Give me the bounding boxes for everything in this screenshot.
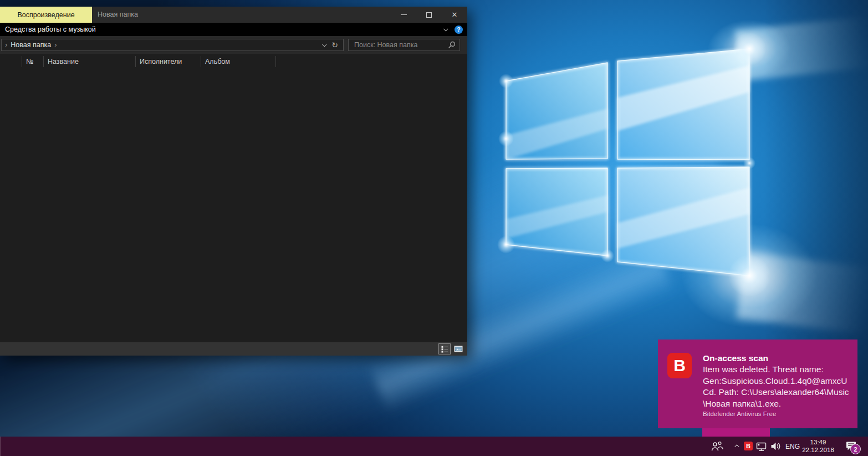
thumbnails-view-icon bbox=[454, 346, 463, 352]
ribbon-bar: Средства работы с музыкой ? bbox=[0, 23, 467, 36]
clock-date: 22.12.2018 bbox=[802, 447, 834, 454]
notification-body: Item was deleted. Threat name: Gen:Suspi… bbox=[703, 364, 849, 409]
breadcrumb-chevron-icon[interactable]: › bbox=[2, 40, 11, 50]
details-view-icon bbox=[441, 346, 448, 353]
notification-behind[interactable] bbox=[702, 428, 770, 437]
show-hidden-icons-button[interactable] bbox=[730, 441, 742, 451]
bitdefender-letter: B bbox=[673, 356, 686, 375]
notification-source: Bitdefender Antivirus Free bbox=[703, 411, 776, 417]
breadcrumb-item[interactable]: Новая папка bbox=[11, 41, 51, 49]
search-icon bbox=[448, 41, 456, 49]
column-header-name[interactable]: Название bbox=[44, 56, 136, 67]
window-title: Новая папка bbox=[98, 7, 138, 23]
bitdefender-tray-icon: B bbox=[746, 443, 750, 449]
column-headers: № Название Исполнители Альбом bbox=[0, 54, 467, 69]
people-icon bbox=[711, 441, 724, 452]
status-bar bbox=[0, 342, 467, 356]
notification-body-line: \Новая папка\1.exe. bbox=[703, 398, 849, 410]
close-icon: ✕ bbox=[452, 11, 458, 19]
clock-time: 13:49 bbox=[810, 439, 826, 447]
tab-playback[interactable]: Воспроизведение bbox=[0, 7, 92, 23]
column-header-number[interactable]: № bbox=[22, 56, 44, 67]
column-header-album[interactable]: Альбом bbox=[201, 56, 276, 67]
thumbnails-view-button[interactable] bbox=[452, 343, 464, 354]
refresh-button[interactable]: ↻ bbox=[331, 41, 343, 49]
breadcrumb-chevron-icon[interactable]: › bbox=[51, 40, 60, 50]
bitdefender-notification[interactable]: B On-access scan Item was deleted. Threa… bbox=[658, 340, 857, 428]
maximize-button[interactable] bbox=[416, 7, 442, 23]
light-flare bbox=[694, 10, 805, 88]
light-beam bbox=[737, 252, 868, 334]
address-dropdown-button[interactable] bbox=[318, 43, 331, 47]
search-box bbox=[348, 39, 460, 51]
address-row: › Новая папка › ↻ bbox=[0, 36, 467, 54]
desktop-screen: Воспроизведение Новая папка ✕ Средства р… bbox=[0, 0, 868, 456]
help-glyph: ? bbox=[457, 26, 460, 33]
taskbar: B ENG 13:49 22.12.2018 bbox=[0, 437, 868, 456]
notification-body-line: Cd. Path: C:\Users\alexander64\Music bbox=[703, 387, 849, 398]
notification-title: On-access scan bbox=[703, 353, 768, 363]
column-header-icon-spacer bbox=[0, 56, 22, 67]
search-input[interactable] bbox=[349, 41, 448, 49]
titlebar: Воспроизведение Новая папка ✕ bbox=[0, 7, 467, 23]
ribbon-collapse-chevron-icon[interactable] bbox=[443, 27, 448, 31]
bitdefender-icon: B bbox=[667, 353, 692, 378]
ribbon-right-controls: ? bbox=[445, 23, 463, 36]
chevron-up-icon bbox=[734, 444, 739, 449]
maximize-icon bbox=[426, 12, 432, 18]
people-button[interactable] bbox=[710, 440, 724, 452]
minimize-icon bbox=[401, 14, 407, 15]
view-buttons bbox=[438, 343, 464, 354]
details-view-button[interactable] bbox=[438, 343, 451, 354]
close-button[interactable]: ✕ bbox=[442, 7, 467, 23]
light-flare bbox=[655, 204, 844, 348]
bitdefender-tray-button[interactable]: B bbox=[744, 442, 753, 450]
show-desktop-button[interactable] bbox=[0, 437, 1, 456]
network-button[interactable] bbox=[755, 441, 769, 452]
volume-button[interactable] bbox=[769, 442, 783, 451]
network-icon bbox=[756, 442, 768, 452]
file-list-area[interactable] bbox=[0, 69, 467, 342]
explorer-window: Воспроизведение Новая папка ✕ Средства р… bbox=[0, 7, 467, 356]
tab-playback-label: Воспроизведение bbox=[17, 11, 74, 19]
notification-body-line: Item was deleted. Threat name: bbox=[703, 364, 849, 376]
light-beam bbox=[735, 17, 868, 82]
notification-body-line: Gen:Suspicious.Cloud.1.4q0@amxcU bbox=[703, 376, 849, 387]
ribbon-group-music-tools[interactable]: Средства работы с музыкой bbox=[0, 26, 96, 33]
help-icon[interactable]: ? bbox=[455, 26, 463, 34]
window-controls: ✕ bbox=[391, 7, 467, 23]
minimize-button[interactable] bbox=[391, 7, 416, 23]
volume-icon bbox=[770, 442, 782, 451]
address-dropdown-icon bbox=[322, 42, 326, 47]
notification-count-badge: 2 bbox=[850, 444, 861, 454]
column-header-artists[interactable]: Исполнители bbox=[136, 56, 201, 67]
clock[interactable]: 13:49 22.12.2018 bbox=[799, 439, 837, 454]
address-bar[interactable]: › Новая папка › ↻ bbox=[1, 39, 344, 51]
